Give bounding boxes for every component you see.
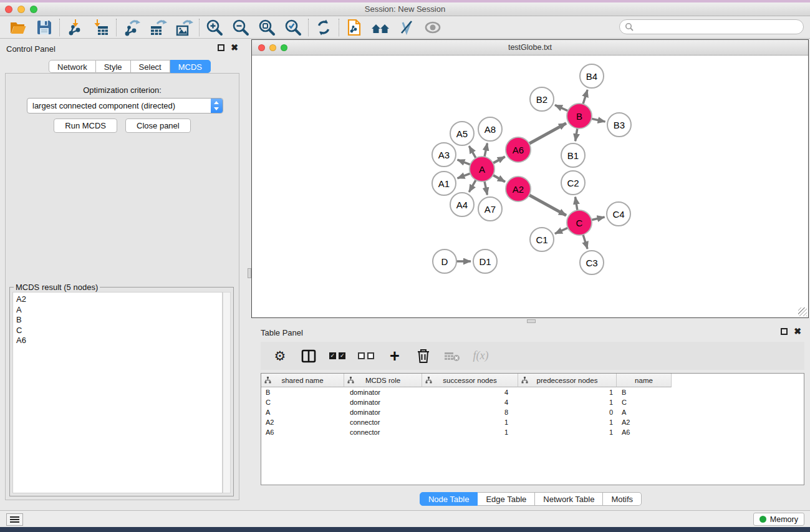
close-window-button[interactable] bbox=[5, 6, 12, 13]
result-item[interactable]: A2 bbox=[16, 294, 222, 305]
zoom-window-button[interactable] bbox=[30, 6, 37, 13]
network-node-B4[interactable]: B4 bbox=[579, 64, 604, 89]
export-network-icon[interactable] bbox=[118, 17, 145, 37]
result-item[interactable]: B bbox=[16, 315, 222, 326]
network-node-A3[interactable]: A3 bbox=[432, 142, 456, 167]
network-close-button[interactable] bbox=[258, 44, 265, 51]
minimize-window-button[interactable] bbox=[17, 6, 25, 13]
deselect-all-columns-icon[interactable] bbox=[354, 346, 378, 367]
delete-table-icon[interactable] bbox=[440, 346, 464, 367]
network-node-C2[interactable]: C2 bbox=[561, 170, 586, 195]
network-node-C1[interactable]: C1 bbox=[529, 227, 554, 252]
result-list-scrollbar[interactable] bbox=[223, 292, 231, 493]
criterion-value: largest connected component (directed) bbox=[27, 101, 211, 110]
show-panels-list-icon[interactable] bbox=[6, 513, 23, 526]
criterion-dropdown[interactable]: largest connected component (directed) bbox=[27, 98, 223, 114]
column-header-MCDS-role[interactable]: MCDS role bbox=[344, 374, 422, 387]
network-node-A5[interactable]: A5 bbox=[450, 121, 475, 146]
network-node-A7[interactable]: A7 bbox=[478, 196, 503, 221]
home-networks-icon[interactable] bbox=[367, 17, 393, 37]
network-node-B2[interactable]: B2 bbox=[529, 87, 554, 112]
column-header-successor-nodes[interactable]: successor nodes bbox=[422, 374, 518, 387]
table-cell: B bbox=[261, 389, 344, 396]
splitter-handle[interactable] bbox=[527, 319, 536, 323]
select-all-columns-icon[interactable]: ✓ ✓ bbox=[325, 346, 349, 367]
application-window: Session: New Session bbox=[0, 0, 810, 532]
table-cell: A bbox=[617, 409, 672, 416]
network-node-C[interactable]: C bbox=[566, 210, 592, 236]
column-header-name[interactable]: name bbox=[617, 374, 672, 387]
run-mcds-button[interactable]: Run MCDS bbox=[54, 118, 117, 133]
close-panel-icon[interactable]: ✖ bbox=[231, 44, 238, 51]
zoom-out-icon[interactable] bbox=[228, 17, 254, 37]
network-node-A1[interactable]: A1 bbox=[432, 171, 456, 196]
network-canvas[interactable]: B4B2BB3A8A5A6A3B1AA1C2A2A4A7C4CC1C3DD1 bbox=[253, 56, 808, 318]
eye-icon[interactable] bbox=[420, 17, 446, 37]
delete-column-trash-icon[interactable] bbox=[412, 346, 435, 367]
result-item[interactable]: A bbox=[16, 305, 222, 316]
network-node-A[interactable]: A bbox=[469, 156, 495, 182]
table-row-A2[interactable]: A2connector11A2 bbox=[261, 417, 804, 427]
memory-button[interactable]: Memory bbox=[753, 513, 804, 526]
search-field[interactable] bbox=[619, 19, 804, 34]
float-panel-icon[interactable] bbox=[218, 44, 224, 51]
memory-status-dot-icon bbox=[759, 516, 766, 523]
network-node-D[interactable]: D bbox=[432, 249, 457, 274]
tab-node-table[interactable]: Node Table bbox=[420, 492, 478, 506]
network-node-A4[interactable]: A4 bbox=[450, 192, 475, 217]
mcds-result-list[interactable]: A2ABCA6 bbox=[12, 292, 223, 493]
zoom-in-icon[interactable] bbox=[201, 17, 228, 37]
float-panel-icon[interactable] bbox=[781, 328, 788, 335]
export-table-icon[interactable] bbox=[145, 17, 171, 37]
tab-network-table[interactable]: Network Table bbox=[535, 492, 603, 506]
network-node-A8[interactable]: A8 bbox=[478, 117, 503, 142]
network-minimize-button[interactable] bbox=[269, 44, 276, 51]
column-header-shared-name[interactable]: shared name bbox=[261, 374, 344, 387]
tab-edge-table[interactable]: Edge Table bbox=[478, 492, 535, 506]
table-row-A[interactable]: Adominator80A bbox=[261, 407, 804, 417]
close-panel-button[interactable]: Close panel bbox=[125, 118, 191, 133]
hide-show-icon[interactable] bbox=[393, 17, 420, 37]
table-settings-gear-icon[interactable]: ⚙ bbox=[268, 346, 292, 367]
import-table-icon[interactable] bbox=[88, 17, 114, 37]
network-file-icon[interactable] bbox=[341, 17, 367, 37]
table-row-A6[interactable]: A6connector11A6 bbox=[261, 427, 804, 437]
network-node-A6[interactable]: A6 bbox=[505, 137, 531, 163]
splitter-handle[interactable] bbox=[248, 268, 251, 278]
network-node-A2[interactable]: A2 bbox=[505, 176, 531, 202]
result-item[interactable]: C bbox=[16, 326, 222, 336]
apply-layout-icon[interactable] bbox=[311, 17, 337, 37]
network-node-B3[interactable]: B3 bbox=[607, 112, 632, 137]
table-row-B[interactable]: Bdominator41B bbox=[261, 387, 804, 397]
tab-style[interactable]: Style bbox=[96, 60, 131, 73]
network-node-B[interactable]: B bbox=[566, 103, 592, 129]
network-node-B1[interactable]: B1 bbox=[561, 143, 586, 168]
network-node-C4[interactable]: C4 bbox=[606, 201, 631, 226]
close-panel-icon[interactable]: ✖ bbox=[794, 328, 801, 335]
attribute-icon bbox=[347, 377, 354, 385]
tab-motifs[interactable]: Motifs bbox=[603, 492, 642, 506]
tab-network[interactable]: Network bbox=[49, 60, 96, 73]
attribute-icon bbox=[425, 377, 432, 385]
function-builder-icon[interactable]: f(x) bbox=[469, 346, 493, 367]
resize-grip-icon[interactable] bbox=[798, 307, 807, 316]
search-input[interactable] bbox=[634, 22, 803, 32]
open-session-icon[interactable] bbox=[5, 17, 31, 37]
zoom-fit-icon[interactable] bbox=[254, 17, 280, 37]
mcds-panel: Optimization criterion: largest connecte… bbox=[5, 73, 239, 500]
result-item[interactable]: A6 bbox=[16, 336, 222, 346]
create-column-plus-icon[interactable]: + bbox=[383, 346, 407, 367]
mcds-result-groupbox: MCDS result (5 nodes) A2ABCA6 bbox=[9, 287, 234, 496]
network-node-C3[interactable]: C3 bbox=[579, 250, 604, 275]
column-header-predecessor-nodes[interactable]: predecessor nodes bbox=[518, 374, 617, 387]
tab-select[interactable]: Select bbox=[131, 60, 170, 73]
column-view-icon[interactable] bbox=[297, 346, 321, 367]
table-row-C[interactable]: Cdominator41C bbox=[261, 397, 804, 407]
tab-mcds[interactable]: MCDS bbox=[170, 60, 211, 73]
save-session-icon[interactable] bbox=[31, 17, 57, 37]
import-network-icon[interactable] bbox=[62, 17, 88, 37]
export-image-icon[interactable] bbox=[171, 17, 197, 37]
network-zoom-button[interactable] bbox=[281, 44, 287, 51]
zoom-selected-icon[interactable] bbox=[280, 17, 306, 37]
network-node-D1[interactable]: D1 bbox=[473, 249, 498, 274]
